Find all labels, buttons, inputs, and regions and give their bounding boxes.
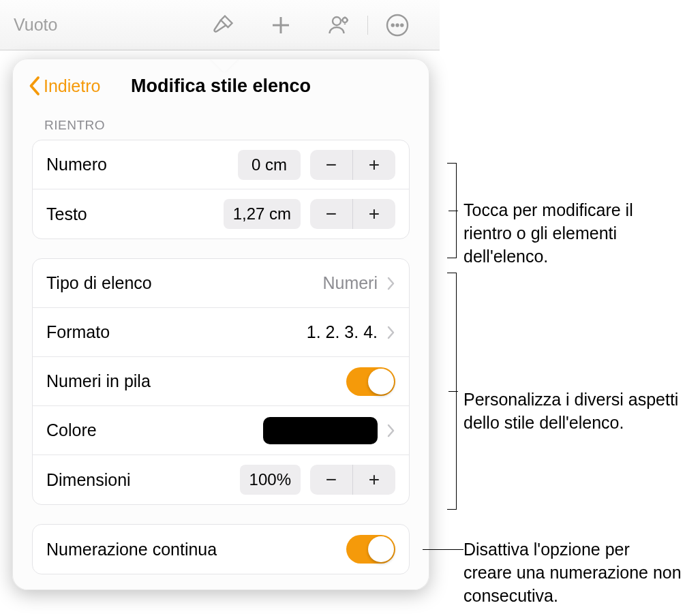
testo-stepper: − + — [310, 199, 395, 229]
chevron-right-icon — [387, 277, 395, 290]
dim-stepper: − + — [310, 465, 395, 495]
style-group: Tipo di elenco Numeri Formato 1. 2. 3. 4… — [32, 258, 410, 505]
back-label: Indietro — [44, 76, 100, 96]
dim-value[interactable]: 100% — [240, 465, 301, 495]
numero-stepper: − + — [310, 150, 395, 180]
back-button[interactable]: Indietro — [28, 76, 100, 96]
testo-plus-button[interactable]: + — [353, 199, 395, 229]
numero-plus-button[interactable]: + — [353, 150, 395, 180]
row-testo: Testo 1,27 cm − + — [33, 189, 409, 238]
dim-label: Dimensioni — [46, 470, 230, 490]
pila-label: Numeri in pila — [46, 371, 337, 391]
numero-label: Numero — [46, 155, 228, 174]
format-brush-button[interactable] — [194, 5, 252, 46]
callout-continua: Disattiva l'opzione per creare una numer… — [463, 538, 682, 607]
callout-style: Personalizza i diversi aspetti dello sti… — [463, 388, 682, 435]
svg-point-1 — [342, 18, 347, 22]
row-numero: Numero 0 cm − + — [33, 140, 409, 189]
insert-plus-button[interactable] — [252, 5, 309, 46]
formato-label: Formato — [46, 322, 297, 342]
continua-label: Numerazione continua — [46, 540, 337, 559]
colore-label: Colore — [46, 420, 254, 440]
row-pila: Numeri in pila — [33, 357, 409, 406]
testo-minus-button[interactable]: − — [310, 199, 352, 229]
rientro-group: Numero 0 cm − + Testo 1,27 cm − + — [32, 140, 410, 239]
svg-point-5 — [401, 24, 403, 26]
tipo-value: Numeri — [322, 273, 378, 293]
svg-point-4 — [396, 24, 398, 26]
document-title: Vuoto — [14, 15, 57, 35]
row-continua: Numerazione continua — [33, 525, 409, 574]
row-dimensioni: Dimensioni 100% − + — [33, 455, 409, 504]
dim-plus-button[interactable]: + — [353, 465, 395, 495]
row-formato[interactable]: Formato 1. 2. 3. 4. — [33, 308, 409, 357]
svg-point-0 — [333, 17, 341, 25]
formato-value: 1. 2. 3. 4. — [307, 322, 378, 342]
dim-minus-button[interactable]: − — [310, 465, 352, 495]
callout-rientro: Tocca per modificare il rientro o gli el… — [463, 199, 682, 268]
more-button[interactable] — [368, 5, 426, 46]
numero-value[interactable]: 0 cm — [238, 150, 301, 180]
numero-minus-button[interactable]: − — [310, 150, 352, 180]
continua-group: Numerazione continua — [32, 524, 410, 574]
testo-value[interactable]: 1,27 cm — [224, 199, 301, 229]
app-toolbar: Vuoto — [0, 0, 440, 50]
svg-point-3 — [391, 24, 393, 26]
chevron-right-icon — [387, 424, 395, 437]
rientro-section-label: RIENTRO — [13, 112, 429, 140]
collaborate-button[interactable] — [309, 5, 367, 46]
colore-swatch — [263, 417, 378, 444]
row-colore[interactable]: Colore — [33, 406, 409, 455]
testo-label: Testo — [46, 204, 214, 224]
row-tipo[interactable]: Tipo di elenco Numeri — [33, 259, 409, 308]
popover-header: Indietro Modifica stile elenco — [13, 59, 429, 112]
pila-toggle[interactable] — [346, 367, 395, 396]
continua-toggle[interactable] — [346, 535, 395, 564]
tipo-label: Tipo di elenco — [46, 273, 313, 293]
chevron-right-icon — [387, 326, 395, 339]
edit-list-style-popover: Indietro Modifica stile elenco RIENTRO N… — [12, 59, 429, 590]
